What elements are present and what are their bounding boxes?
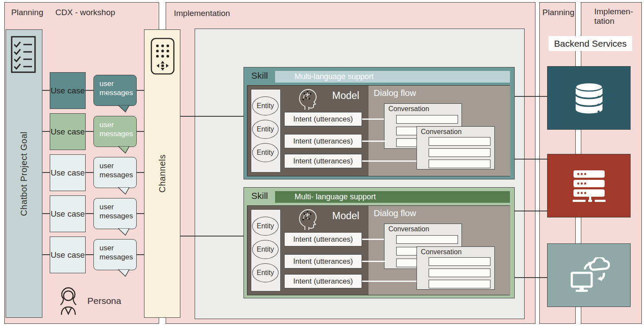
dialog-flow-panel: Dialog flow Conversation Conversation <box>368 86 510 176</box>
connector-line <box>86 90 93 91</box>
conversation-row <box>429 137 490 146</box>
backend-connector-line <box>515 211 547 211</box>
channels-bar: Channels <box>144 29 180 318</box>
connector-line <box>42 254 50 255</box>
multilanguage-banner: Multi- language support <box>275 191 510 203</box>
use-case-box: Use case <box>50 237 86 273</box>
entity-oval: Entity <box>252 217 279 236</box>
connector-line <box>86 131 93 132</box>
use-case-label: Use case <box>51 127 85 137</box>
intent-box: Intent (utterances) <box>284 232 362 246</box>
conversation-row <box>429 268 490 277</box>
intent-connector-line <box>362 281 417 282</box>
conversation-title: Conversation <box>421 248 461 256</box>
intent-connector-line <box>362 239 384 240</box>
connector-line <box>137 131 144 132</box>
right-implementation-label-line2: tation <box>594 16 614 26</box>
skill-box-1: Skill Multi-language support Entity Enti… <box>244 67 515 179</box>
connector-line <box>137 213 144 214</box>
model-box: Entity Entity Entity Model Intent (utter… <box>247 205 510 295</box>
cloud-box <box>547 243 631 307</box>
chatbot-project-goal-bar: Chatbot Project Goal <box>6 29 42 318</box>
keypad-icon <box>150 37 175 75</box>
goal-bar-label: Chatbot Project Goal <box>19 131 29 216</box>
model-box: Entity Entity Entity Model Intent (utter… <box>247 85 510 176</box>
cdx-workshop-label: CDX - workshop <box>55 8 115 17</box>
connector-line <box>137 90 144 91</box>
conversation-row <box>429 257 490 266</box>
persona-icon <box>57 286 80 316</box>
connector-line <box>137 254 144 255</box>
user-messages-bubble: user messages <box>93 239 137 270</box>
bubble-tail <box>118 228 129 236</box>
conversation-title: Conversation <box>388 225 429 233</box>
connector-line <box>42 213 50 214</box>
database-icon <box>574 82 605 114</box>
intent-connector-line <box>362 261 387 262</box>
connector-line <box>86 172 93 173</box>
use-case-box: Use case <box>50 72 86 109</box>
entity-oval: Entity <box>252 96 279 115</box>
backend-connector-line <box>515 159 547 160</box>
right-planning-label: Planning <box>542 8 574 17</box>
connector-line-channels-skill2 <box>180 236 244 237</box>
connector-line <box>42 131 50 132</box>
connector-line <box>42 172 50 173</box>
user-messages-bubble: user messages <box>93 116 137 147</box>
intent-connector-line <box>362 160 417 162</box>
checklist-icon <box>10 35 36 74</box>
use-case-label: Use case <box>51 209 85 219</box>
backend-connector-line <box>515 96 547 97</box>
diagram-canvas: Planning CDX - workshop Implementation P… <box>0 0 644 326</box>
use-case-label: Use case <box>51 168 85 178</box>
user-messages-bubble: user messages <box>93 157 137 188</box>
channels-label: Channels <box>157 154 167 193</box>
bubble-tail <box>118 269 129 277</box>
bubble-tail <box>118 187 129 195</box>
intent-connector-line <box>362 141 387 142</box>
persona-label: Persona <box>87 296 121 306</box>
server-box <box>547 154 631 217</box>
user-messages-bubble: user messages <box>93 198 137 229</box>
use-case-box: Use case <box>50 154 86 191</box>
left-planning-label: Planning <box>11 8 43 17</box>
right-implementation-label-line1: Implemen- <box>594 7 633 16</box>
conversation-row <box>396 235 458 244</box>
bubble-tail <box>118 105 129 113</box>
use-case-label: Use case <box>51 86 85 96</box>
skill-label: Skill <box>251 191 268 201</box>
intent-box: Intent (utterances) <box>284 274 362 288</box>
intent-box: Intent (utterances) <box>284 134 362 148</box>
bubble-text: user messages <box>99 203 133 220</box>
conversation-box: Conversation <box>417 126 495 169</box>
bubble-tail <box>118 146 129 154</box>
use-case-box: Use case <box>50 195 86 232</box>
conversation-title: Conversation <box>388 105 429 113</box>
connector-line <box>42 90 50 91</box>
conversation-row <box>396 115 458 124</box>
intent-box: Intent (utterances) <box>284 154 362 168</box>
model-label: Model <box>332 210 359 222</box>
connector-line <box>86 213 93 214</box>
dialog-flow-label: Dialog flow <box>374 88 416 98</box>
connector-line <box>137 172 144 173</box>
bubble-text: user messages <box>99 162 133 179</box>
intent-box: Intent (utterances) <box>284 112 362 126</box>
dialog-flow-label: Dialog flow <box>374 208 416 218</box>
model-brain-icon <box>296 208 319 231</box>
skill-box-2: Skill Multi- language support Entity Ent… <box>244 187 515 298</box>
use-case-label: Use case <box>51 250 85 260</box>
conversation-row <box>429 160 490 168</box>
backend-services-title: Backend Services <box>548 36 632 51</box>
server-rack-icon <box>570 169 608 203</box>
intent-box: Intent (utterances) <box>284 254 362 268</box>
conversation-box: Conversation <box>417 246 495 290</box>
connector-line-channels-skill1 <box>180 116 244 117</box>
skill-label: Skill <box>251 70 268 81</box>
entity-oval: Entity <box>252 120 279 139</box>
user-messages-bubble: user messages <box>93 75 137 106</box>
entity-oval: Entity <box>252 143 279 162</box>
entity-oval: Entity <box>252 240 279 259</box>
use-case-box: Use case <box>50 113 86 150</box>
cloud-sync-icon <box>568 257 610 294</box>
